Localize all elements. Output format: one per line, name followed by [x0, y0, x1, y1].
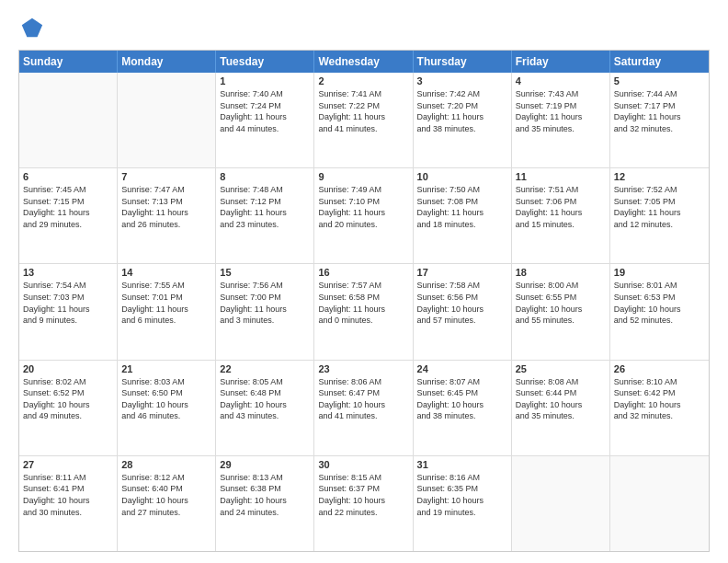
- calendar-cell: 6Sunrise: 7:45 AM Sunset: 7:15 PM Daylig…: [19, 168, 118, 263]
- calendar-cell: 4Sunrise: 7:43 AM Sunset: 7:19 PM Daylig…: [512, 73, 610, 167]
- day-number: 1: [220, 75, 310, 86]
- calendar-body: 1Sunrise: 7:40 AM Sunset: 7:24 PM Daylig…: [19, 73, 709, 551]
- calendar-cell: 26Sunrise: 8:10 AM Sunset: 6:42 PM Dayli…: [610, 361, 709, 455]
- day-info: Sunrise: 8:01 AM Sunset: 6:53 PM Dayligh…: [614, 280, 705, 326]
- calendar-cell: 27Sunrise: 8:11 AM Sunset: 6:41 PM Dayli…: [19, 456, 118, 551]
- day-info: Sunrise: 7:56 AM Sunset: 7:00 PM Dayligh…: [220, 280, 310, 326]
- day-number: 14: [121, 267, 211, 278]
- calendar-cell: 31Sunrise: 8:16 AM Sunset: 6:35 PM Dayli…: [414, 456, 512, 551]
- calendar-cell: 29Sunrise: 8:13 AM Sunset: 6:38 PM Dayli…: [216, 456, 314, 551]
- calendar-cell: 24Sunrise: 8:07 AM Sunset: 6:45 PM Dayli…: [414, 361, 512, 455]
- day-number: 17: [417, 267, 507, 278]
- calendar-cell: 5Sunrise: 7:44 AM Sunset: 7:17 PM Daylig…: [610, 73, 709, 167]
- day-number: 3: [417, 75, 507, 86]
- calendar-cell: 3Sunrise: 7:42 AM Sunset: 7:20 PM Daylig…: [414, 73, 512, 167]
- calendar-cell: [610, 456, 709, 551]
- day-info: Sunrise: 7:43 AM Sunset: 7:19 PM Dayligh…: [516, 88, 606, 134]
- day-info: Sunrise: 7:49 AM Sunset: 7:10 PM Dayligh…: [318, 184, 408, 230]
- calendar-cell: 18Sunrise: 8:00 AM Sunset: 6:55 PM Dayli…: [512, 264, 610, 359]
- calendar-cell: 16Sunrise: 7:57 AM Sunset: 6:58 PM Dayli…: [314, 264, 413, 359]
- day-number: 16: [318, 267, 408, 278]
- page: SundayMondayTuesdayWednesdayThursdayFrid…: [0, 0, 728, 563]
- calendar-cell: 8Sunrise: 7:48 AM Sunset: 7:12 PM Daylig…: [216, 168, 314, 263]
- calendar-cell: 2Sunrise: 7:41 AM Sunset: 7:22 PM Daylig…: [314, 73, 413, 167]
- day-info: Sunrise: 7:52 AM Sunset: 7:05 PM Dayligh…: [614, 184, 705, 230]
- day-info: Sunrise: 8:05 AM Sunset: 6:48 PM Dayligh…: [220, 376, 310, 422]
- day-number: 22: [220, 363, 310, 374]
- calendar-week-4: 20Sunrise: 8:02 AM Sunset: 6:52 PM Dayli…: [19, 361, 709, 456]
- cal-header-thursday: Thursday: [414, 51, 512, 73]
- day-info: Sunrise: 8:06 AM Sunset: 6:47 PM Dayligh…: [318, 376, 408, 422]
- day-number: 7: [121, 171, 211, 182]
- cal-header-saturday: Saturday: [610, 51, 709, 73]
- day-info: Sunrise: 7:42 AM Sunset: 7:20 PM Dayligh…: [417, 88, 507, 134]
- day-number: 9: [318, 171, 408, 182]
- day-number: 11: [516, 171, 606, 182]
- calendar: SundayMondayTuesdayWednesdayThursdayFrid…: [18, 50, 710, 552]
- day-info: Sunrise: 8:10 AM Sunset: 6:42 PM Dayligh…: [614, 376, 705, 422]
- day-number: 26: [614, 363, 705, 374]
- day-info: Sunrise: 8:03 AM Sunset: 6:50 PM Dayligh…: [121, 376, 211, 422]
- calendar-week-5: 27Sunrise: 8:11 AM Sunset: 6:41 PM Dayli…: [19, 456, 709, 551]
- calendar-cell: 14Sunrise: 7:55 AM Sunset: 7:01 PM Dayli…: [118, 264, 216, 359]
- cal-header-friday: Friday: [512, 51, 610, 73]
- calendar-cell: 9Sunrise: 7:49 AM Sunset: 7:10 PM Daylig…: [314, 168, 413, 263]
- day-number: 12: [614, 171, 705, 182]
- logo-icon: [18, 15, 44, 40]
- day-number: 4: [516, 75, 606, 86]
- day-info: Sunrise: 8:15 AM Sunset: 6:37 PM Dayligh…: [318, 472, 408, 518]
- day-number: 2: [318, 75, 408, 86]
- day-info: Sunrise: 7:47 AM Sunset: 7:13 PM Dayligh…: [121, 184, 211, 230]
- day-info: Sunrise: 7:44 AM Sunset: 7:17 PM Dayligh…: [614, 88, 705, 134]
- day-info: Sunrise: 7:45 AM Sunset: 7:15 PM Dayligh…: [23, 184, 113, 230]
- calendar-week-2: 6Sunrise: 7:45 AM Sunset: 7:15 PM Daylig…: [19, 168, 709, 264]
- header: [18, 15, 710, 40]
- cal-header-monday: Monday: [118, 51, 216, 73]
- day-info: Sunrise: 7:55 AM Sunset: 7:01 PM Dayligh…: [121, 280, 211, 326]
- day-info: Sunrise: 7:50 AM Sunset: 7:08 PM Dayligh…: [417, 184, 507, 230]
- calendar-cell: 7Sunrise: 7:47 AM Sunset: 7:13 PM Daylig…: [118, 168, 216, 263]
- day-number: 6: [23, 171, 113, 182]
- svg-marker-0: [22, 18, 42, 38]
- day-info: Sunrise: 7:48 AM Sunset: 7:12 PM Dayligh…: [220, 184, 310, 230]
- calendar-cell: 15Sunrise: 7:56 AM Sunset: 7:00 PM Dayli…: [216, 264, 314, 359]
- day-number: 28: [121, 459, 211, 470]
- day-info: Sunrise: 7:57 AM Sunset: 6:58 PM Dayligh…: [318, 280, 408, 326]
- day-info: Sunrise: 7:54 AM Sunset: 7:03 PM Dayligh…: [23, 280, 113, 326]
- calendar-cell: 28Sunrise: 8:12 AM Sunset: 6:40 PM Dayli…: [118, 456, 216, 551]
- day-info: Sunrise: 8:07 AM Sunset: 6:45 PM Dayligh…: [417, 376, 507, 422]
- calendar-cell: [512, 456, 610, 551]
- day-number: 18: [516, 267, 606, 278]
- calendar-cell: 1Sunrise: 7:40 AM Sunset: 7:24 PM Daylig…: [216, 73, 314, 167]
- day-number: 10: [417, 171, 507, 182]
- logo: [18, 15, 48, 40]
- day-info: Sunrise: 7:51 AM Sunset: 7:06 PM Dayligh…: [516, 184, 606, 230]
- day-number: 31: [417, 459, 507, 470]
- day-number: 20: [23, 363, 113, 374]
- calendar-cell: 17Sunrise: 7:58 AM Sunset: 6:56 PM Dayli…: [414, 264, 512, 359]
- calendar-cell: 13Sunrise: 7:54 AM Sunset: 7:03 PM Dayli…: [19, 264, 118, 359]
- calendar-cell: 22Sunrise: 8:05 AM Sunset: 6:48 PM Dayli…: [216, 361, 314, 455]
- day-number: 21: [121, 363, 211, 374]
- day-number: 30: [318, 459, 408, 470]
- day-number: 5: [614, 75, 705, 86]
- calendar-cell: 10Sunrise: 7:50 AM Sunset: 7:08 PM Dayli…: [414, 168, 512, 263]
- day-number: 15: [220, 267, 310, 278]
- day-info: Sunrise: 8:12 AM Sunset: 6:40 PM Dayligh…: [121, 472, 211, 518]
- day-number: 25: [516, 363, 606, 374]
- day-number: 29: [220, 459, 310, 470]
- calendar-cell: 20Sunrise: 8:02 AM Sunset: 6:52 PM Dayli…: [19, 361, 118, 455]
- day-info: Sunrise: 8:13 AM Sunset: 6:38 PM Dayligh…: [220, 472, 310, 518]
- calendar-week-1: 1Sunrise: 7:40 AM Sunset: 7:24 PM Daylig…: [19, 73, 709, 168]
- cal-header-wednesday: Wednesday: [314, 51, 413, 73]
- day-info: Sunrise: 8:02 AM Sunset: 6:52 PM Dayligh…: [23, 376, 113, 422]
- day-number: 23: [318, 363, 408, 374]
- day-info: Sunrise: 8:08 AM Sunset: 6:44 PM Dayligh…: [516, 376, 606, 422]
- day-number: 24: [417, 363, 507, 374]
- calendar-cell: [118, 73, 216, 167]
- cal-header-sunday: Sunday: [19, 51, 118, 73]
- calendar-cell: 19Sunrise: 8:01 AM Sunset: 6:53 PM Dayli…: [610, 264, 709, 359]
- calendar-cell: [19, 73, 118, 167]
- day-number: 8: [220, 171, 310, 182]
- calendar-cell: 23Sunrise: 8:06 AM Sunset: 6:47 PM Dayli…: [314, 361, 413, 455]
